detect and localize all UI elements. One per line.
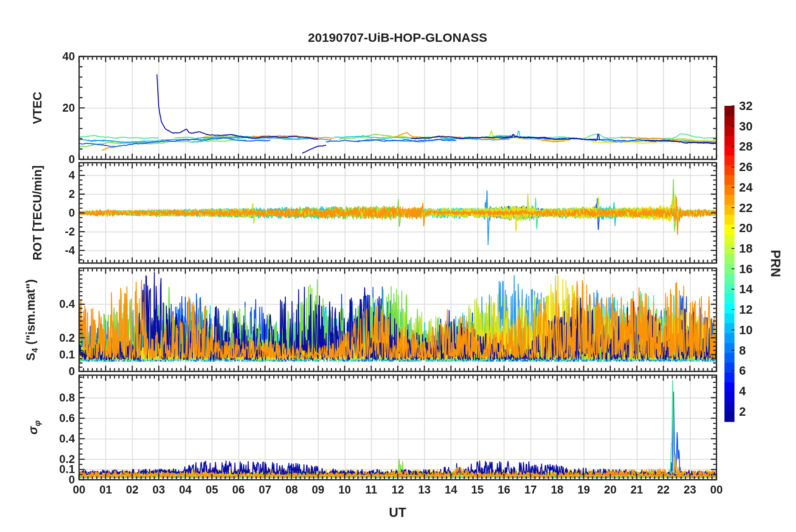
colorbar-tick-label-4: 4 [739,385,746,397]
y-tick-label-p2-0: 0 [69,207,75,219]
x-tick-label-0: 00 [73,484,85,496]
s4-prefix: S [24,353,37,361]
x-tick-label-8: 08 [285,484,298,496]
colorbar-tick-label-6: 6 [739,365,746,377]
colorbar-tick-label-10: 10 [739,324,752,336]
colorbar-tick-label-24: 24 [739,181,752,193]
x-tick-label-7: 07 [259,484,271,496]
plot-canvas [0,0,796,532]
x-tick-label-16: 16 [498,484,510,496]
s4-subscript: 4 [30,348,39,353]
x-tick-label-4: 04 [179,484,192,496]
x-tick-label-2: 02 [126,484,139,496]
x-tick-label-11: 11 [365,484,377,496]
y-tick-label-p4-0.6: 0.6 [59,412,75,424]
colorbar-tick-label-18: 18 [739,242,752,254]
colorbar-tick-label-20: 20 [739,222,752,234]
y-tick-label-p4-0.2: 0.2 [59,453,75,465]
y-tick-label-p4-0.8: 0.8 [59,392,75,403]
x-tick-label-17: 17 [524,484,537,496]
colorbar-tick-label-8: 8 [739,344,746,356]
y-tick-label-p2-4: 4 [69,170,75,181]
y-tick-label-p4-0.1: 0.1 [59,464,75,475]
y-axis-label-rot: ROT [TECU/min] [31,165,44,260]
x-tick-label-3: 03 [152,484,165,496]
x-tick-label-19: 19 [578,484,590,496]
colorbar-tick-label-26: 26 [739,161,752,173]
x-tick-label-5: 05 [205,484,218,496]
y-tick-label-p1-20: 20 [62,102,75,114]
y-tick-label-p1-40: 40 [62,51,75,62]
colorbar-tick-label-12: 12 [739,304,752,316]
x-tick-label-12: 12 [391,484,404,496]
y-tick-label-p2--4: -4 [65,245,75,256]
x-tick-label-9: 09 [312,484,324,496]
x-tick-label-1: 01 [99,484,112,496]
phi-subscript: φ [33,420,42,426]
colorbar-tick-label-30: 30 [739,120,752,132]
y-tick-label-p3-0.2: 0.2 [59,332,75,343]
y-tick-label-p1-0: 0 [69,154,75,165]
x-tick-label-24: 00 [710,484,723,496]
x-tick-label-10: 10 [339,484,351,496]
colorbar-label: PRN [769,250,782,277]
y-tick-label-p3-0: 0 [69,366,75,377]
y-tick-label-p4-0: 0 [69,474,75,486]
colorbar-tick-label-28: 28 [739,141,752,153]
colorbar-tick-label-22: 22 [739,202,752,214]
x-axis-label: UT [389,506,406,519]
colorbar-tick-label-14: 14 [739,283,752,295]
x-tick-label-14: 14 [444,484,457,496]
sigma-symbol: σ [26,426,40,435]
colorbar-tick-label-16: 16 [739,263,752,275]
y-axis-label-vtec: VTEC [31,92,44,124]
y-tick-label-p4-0.4: 0.4 [59,433,75,444]
x-tick-label-20: 20 [604,484,616,496]
y-tick-label-p3-0.1: 0.1 [59,349,75,360]
y-axis-label-sigma-phi: σφ [27,420,41,435]
x-tick-label-23: 23 [684,484,696,496]
x-tick-label-21: 21 [631,484,643,496]
figure: 20190707-UiB-HOP-GLONASS VTEC ROT [TECU/… [0,0,796,532]
y-tick-label-p2-2: 2 [69,189,75,200]
chart-title: 20190707-UiB-HOP-GLONASS [308,31,487,44]
colorbar-tick-label-2: 2 [739,405,746,417]
y-tick-label-p2--2: -2 [65,226,75,237]
colorbar-tick-label-32: 32 [739,100,752,112]
x-tick-label-22: 22 [657,484,670,496]
x-tick-label-18: 18 [551,484,563,496]
x-tick-label-15: 15 [471,484,484,496]
s4-suffix: ("ism.mat") [24,279,37,348]
x-tick-label-6: 06 [232,484,245,496]
y-axis-label-s4: S4 ("ism.mat") [25,279,39,361]
x-tick-label-13: 13 [418,484,431,496]
y-tick-label-p3-0.4: 0.4 [59,299,75,310]
